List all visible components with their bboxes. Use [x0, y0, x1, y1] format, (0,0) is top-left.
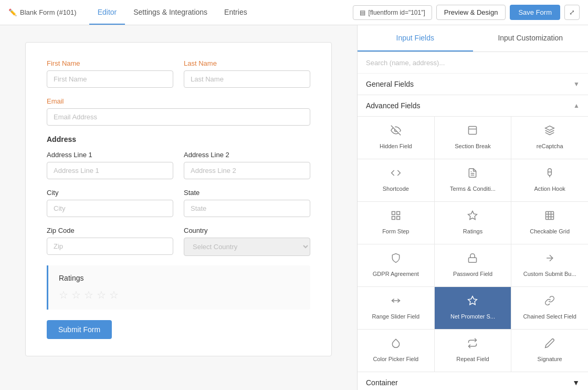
field-item-repeat[interactable]: Repeat Field — [435, 330, 511, 372]
submit-button[interactable]: Submit Form — [47, 320, 112, 339]
advanced-fields-label: Advanced Fields — [366, 101, 421, 110]
email-group: Email — [47, 97, 310, 126]
state-group: State — [184, 189, 310, 217]
tab-entries[interactable]: Entries — [216, 1, 256, 25]
color-picker-icon — [391, 338, 401, 351]
range-slider-icon — [391, 295, 401, 309]
form-title: ✏️ Blank Form (#101) — [8, 8, 77, 16]
field-item-signature[interactable]: Signature — [511, 330, 588, 372]
zip-country-row: Zip Code Country Select Country — [47, 227, 310, 256]
country-group: Country Select Country — [184, 227, 310, 256]
panel-tabs: Input Fields Input Customization — [358, 25, 588, 52]
field-label-repeat: Repeat Field — [456, 355, 489, 363]
main-layout: First Name Last Name Email Address — [0, 25, 588, 390]
tab-editor[interactable]: Editor — [89, 1, 125, 25]
field-item-terms[interactable]: Terms & Conditi... — [435, 159, 511, 201]
address-label: Address — [47, 135, 310, 143]
shortcode-icon: ▤ — [360, 9, 365, 16]
top-nav: ✏️ Blank Form (#101) Editor Settings & I… — [0, 0, 588, 25]
addr1-label: Address Line 1 — [47, 151, 173, 159]
field-item-ratings[interactable]: Ratings — [435, 202, 511, 244]
field-item-chained-select[interactable]: Chained Select Field — [511, 287, 588, 329]
addr2-label: Address Line 2 — [184, 151, 310, 159]
save-button[interactable]: Save Form — [510, 5, 560, 20]
email-row: Email — [47, 97, 310, 126]
field-item-action-hook[interactable]: Action Hook — [511, 159, 588, 201]
tab-input-fields[interactable]: Input Fields — [358, 25, 473, 52]
panel-search — [358, 52, 588, 74]
svg-rect-8 — [392, 217, 395, 220]
field-item-custom-submit[interactable]: Custom Submit Bu... — [511, 244, 588, 286]
last-name-label: Last Name — [184, 59, 310, 67]
eye-off-icon — [391, 125, 401, 138]
country-select[interactable]: Select Country — [184, 238, 310, 256]
advanced-fields-section: Advanced Fields ▲ Hidden Field — [358, 95, 588, 372]
field-item-section-break[interactable]: Section Break — [435, 117, 511, 159]
field-item-hidden[interactable]: Hidden Field — [358, 117, 434, 159]
field-item-net-promoter[interactable]: Net Promoter S... — [435, 287, 511, 329]
section-break-icon — [467, 125, 478, 138]
field-label-shortcode: Shortcode — [383, 185, 409, 192]
star-3[interactable]: ☆ — [84, 289, 93, 301]
field-label-section-break: Section Break — [455, 142, 490, 150]
city-input[interactable] — [47, 200, 173, 217]
addr1-input[interactable] — [47, 162, 173, 179]
container-header[interactable]: Container ▼ — [358, 372, 588, 390]
container-chevron-icon: ▼ — [572, 378, 580, 387]
signature-icon — [544, 338, 555, 351]
tab-input-customization[interactable]: Input Customization — [473, 25, 589, 52]
field-item-range-slider[interactable]: Range Slider Field — [358, 287, 434, 329]
chained-select-icon — [544, 295, 555, 309]
field-item-checkable-grid[interactable]: Checkable Grid — [511, 202, 588, 244]
zip-input[interactable] — [47, 238, 173, 255]
panel-search-input[interactable] — [366, 59, 580, 67]
state-label: State — [184, 189, 310, 197]
form-title-text: Blank Form (#101) — [20, 8, 77, 16]
first-name-label: First Name — [47, 59, 173, 67]
field-label-hidden: Hidden Field — [380, 142, 412, 150]
field-item-password[interactable]: Password Field — [435, 244, 511, 286]
first-name-input[interactable] — [47, 70, 173, 88]
svg-rect-6 — [392, 212, 395, 215]
advanced-fields-header[interactable]: Advanced Fields ▲ — [358, 95, 588, 116]
right-panel: Input Fields Input Customization General… — [357, 25, 588, 390]
city-state-row: City State — [47, 189, 310, 217]
field-label-net-promoter: Net Promoter S... — [450, 313, 495, 320]
general-fields-header[interactable]: General Fields ▼ — [358, 74, 588, 95]
field-grid: Hidden Field Section Break — [358, 116, 588, 372]
ratings-label: Ratings — [59, 274, 300, 282]
general-fields-section: General Fields ▼ — [358, 74, 588, 95]
email-label: Email — [47, 97, 310, 105]
addr2-input[interactable] — [184, 162, 310, 179]
field-item-form-step[interactable]: Form Step — [358, 202, 434, 244]
tab-settings[interactable]: Settings & Integrations — [125, 1, 216, 25]
ratings-field-icon — [467, 210, 478, 223]
state-input[interactable] — [184, 200, 310, 217]
shortcode-button[interactable]: ▤ [fluentform id="101"] — [353, 5, 432, 20]
star-5[interactable]: ☆ — [109, 289, 119, 301]
svg-marker-19 — [468, 296, 477, 305]
preview-button[interactable]: Preview & Design — [436, 5, 506, 20]
field-label-chained-select: Chained Select Field — [523, 313, 576, 320]
field-item-color-picker[interactable]: Color Picker Field — [358, 330, 434, 372]
field-item-recaptcha[interactable]: reCaptcha — [511, 117, 588, 159]
field-label-color-picker: Color Picker Field — [373, 355, 418, 363]
field-item-shortcode[interactable]: Shortcode — [358, 159, 434, 201]
last-name-group: Last Name — [184, 59, 310, 88]
form-editor: First Name Last Name Email Address — [0, 25, 357, 390]
password-icon — [467, 253, 478, 266]
name-row: First Name Last Name — [47, 59, 310, 88]
expand-button[interactable]: ⤢ — [564, 5, 580, 20]
field-item-gdpr[interactable]: GDPR Agreement — [358, 244, 434, 286]
city-group: City — [47, 189, 173, 217]
recaptcha-icon — [544, 125, 555, 138]
field-label-custom-submit: Custom Submit Bu... — [523, 270, 576, 278]
field-label-terms: Terms & Conditi... — [450, 185, 496, 192]
star-1[interactable]: ☆ — [59, 289, 68, 301]
email-input[interactable] — [47, 108, 310, 126]
last-name-input[interactable] — [184, 70, 310, 88]
star-4[interactable]: ☆ — [97, 289, 106, 301]
terms-icon — [467, 168, 478, 181]
star-2[interactable]: ☆ — [71, 289, 81, 301]
top-nav-right: ▤ [fluentform id="101"] Preview & Design… — [353, 5, 580, 20]
